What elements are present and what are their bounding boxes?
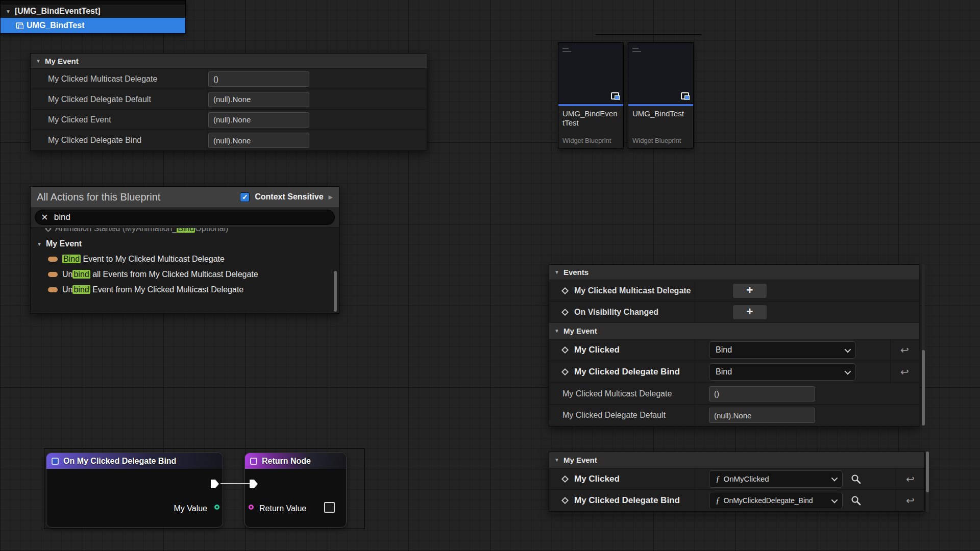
property-row: My Clicked Delegate Default (null).None	[549, 405, 919, 426]
value-pin-icon[interactable]	[214, 505, 219, 510]
action-item[interactable]: Unbind all Events from My Clicked Multic…	[31, 267, 339, 282]
property-label: My Clicked Delegate Default	[48, 95, 151, 104]
property-row: My Clicked Delegate Bind (null).None	[31, 130, 427, 151]
reset-to-default-icon[interactable]: ↩	[906, 473, 915, 485]
event-label: My Clicked Delegate Bind	[574, 495, 680, 506]
all-actions-menu: All Actions for this Blueprint ✓ Context…	[30, 186, 339, 314]
property-value-field[interactable]: ()	[208, 71, 309, 87]
details-panel-bottom-right: ▼ My Event My Clicked ƒ OnMyClicked ↩ My…	[549, 452, 925, 512]
asset-tile[interactable]: UMG_BindTest Widget Blueprint	[628, 42, 694, 148]
event-label: My Clicked Delegate Bind	[574, 367, 680, 377]
chevron-down-icon	[831, 475, 838, 482]
property-row: My Clicked Multicast Delegate ()	[549, 383, 919, 405]
fragment-edge-line	[595, 34, 701, 35]
property-value-field[interactable]: ()	[709, 386, 815, 402]
dropdown-selected-value: Bind	[716, 345, 732, 355]
action-item[interactable]: Bind Event to My Clicked Multicast Deleg…	[31, 252, 339, 267]
actions-menu-titlebar: All Actions for this Blueprint ✓ Context…	[31, 187, 339, 207]
dropdown-selected-value: OnMyClicked	[724, 474, 769, 483]
reset-to-default-icon[interactable]: ↩	[900, 344, 909, 356]
return-node-icon	[250, 458, 257, 465]
widget-blueprint-icon	[611, 92, 619, 99]
asset-name: UMG_BindEventTest	[562, 109, 619, 128]
node-title: Return Node	[262, 457, 311, 466]
property-value-field[interactable]: (null).None	[208, 133, 309, 148]
tree-item-selected[interactable]: UMG_BindTest	[1, 18, 185, 33]
bind-row: My Clicked Delegate Bind ƒ OnMyClickedDe…	[549, 490, 924, 511]
node-header[interactable]: Return Node	[245, 453, 346, 469]
property-value-field[interactable]: (null).None	[208, 92, 309, 107]
exec-pin-icon[interactable]	[211, 480, 219, 488]
bind-dropdown[interactable]: Bind	[709, 341, 856, 359]
tree-item-label: UMG_BindTest	[27, 21, 84, 30]
input-pin-label: Return Value	[259, 504, 306, 513]
scrollbar-thumb[interactable]	[922, 350, 925, 425]
event-pin-icon	[561, 497, 569, 504]
event-node-icon	[52, 458, 59, 465]
search-input[interactable]: × bind	[35, 210, 335, 225]
tree-root-item[interactable]: ▼ [UMG_BindEventTest]	[1, 5, 185, 18]
bool-default-checkbox[interactable]	[324, 502, 335, 513]
collapse-arrow-icon: ▼	[37, 241, 42, 247]
action-category-my-event[interactable]: ▼ My Event	[31, 236, 339, 252]
action-item-label: Unbind Event from My Clicked Multicast D…	[62, 285, 243, 294]
node-on-my-clicked-delegate-bind[interactable]: On My Clicked Delegate Bind My Value	[46, 453, 223, 528]
context-sensitive-checkbox[interactable]: ✓	[240, 192, 250, 202]
action-item-label: Unbind all Events from My Clicked Multic…	[62, 270, 258, 279]
add-event-button[interactable]: +	[732, 305, 767, 320]
action-item-label: Animation Started (MyAnimation_BindOptio…	[55, 228, 228, 233]
section-header-my-event[interactable]: ▼ My Event	[549, 323, 919, 339]
bind-dropdown[interactable]: Bind	[709, 363, 856, 381]
action-item[interactable]: Unbind Event from My Clicked Multicast D…	[31, 282, 339, 297]
search-match-highlight: Bind	[62, 255, 81, 263]
reset-to-default-icon[interactable]: ↩	[906, 494, 915, 507]
bound-function-dropdown[interactable]: ƒ OnMyClickedDelegate_Bind	[709, 492, 843, 509]
collapse-arrow-icon: ▼	[36, 58, 41, 64]
scrollbar-thumb[interactable]	[334, 271, 337, 312]
property-label: My Clicked Multicast Delegate	[562, 389, 672, 398]
section-title: My Event	[45, 57, 79, 65]
section-title: My Event	[564, 456, 597, 464]
event-row: On Visibility Changed +	[549, 302, 919, 323]
section-header-events[interactable]: ▼ Events	[549, 265, 919, 280]
event-pin-icon	[561, 475, 569, 482]
node-return-node[interactable]: Return Node Return Value	[244, 453, 347, 528]
property-value-field[interactable]: (null).None	[208, 112, 309, 128]
function-icon: ƒ	[716, 474, 720, 484]
section-header-my-event[interactable]: ▼ My Event	[31, 54, 427, 69]
details-panel-right: ▼ Events My Clicked Multicast Delegate +…	[549, 264, 919, 427]
property-value-field[interactable]: (null).None	[709, 408, 815, 423]
expand-arrow-icon[interactable]: ▶	[329, 194, 333, 201]
reset-to-default-icon[interactable]: ↩	[900, 366, 909, 378]
action-item-clipped[interactable]: Animation Started (MyAnimation_BindOptio…	[31, 228, 339, 236]
details-panel-top-left: ▼ My Event My Clicked Multicast Delegate…	[30, 53, 427, 151]
bound-function-dropdown[interactable]: ƒ OnMyClicked	[709, 470, 843, 488]
context-sensitive-label: Context Sensitive	[255, 192, 323, 202]
delegate-pill-icon	[48, 272, 58, 277]
node-title: On My Clicked Delegate Bind	[63, 457, 176, 466]
asset-tile[interactable]: UMG_BindEventTest Widget Blueprint	[558, 42, 624, 148]
search-input-value: bind	[54, 212, 70, 222]
action-category-label: My Event	[46, 239, 82, 248]
value-pin-icon[interactable]	[249, 505, 254, 510]
scrollbar-thumb[interactable]	[926, 452, 929, 492]
search-match-highlight: Bind	[177, 228, 195, 233]
section-header-my-event[interactable]: ▼ My Event	[549, 452, 924, 468]
event-row: My Clicked Multicast Delegate +	[549, 280, 919, 302]
clear-search-icon[interactable]: ×	[41, 212, 48, 223]
property-row: My Clicked Delegate Default (null).None	[31, 89, 427, 110]
node-header[interactable]: On My Clicked Delegate Bind	[46, 453, 223, 469]
collapse-arrow-icon: ▼	[554, 328, 559, 334]
exec-pin-icon[interactable]	[250, 480, 258, 488]
event-label: My Clicked	[574, 345, 620, 355]
actions-result-list: Animation Started (MyAnimation_BindOptio…	[31, 228, 339, 313]
asset-type: Widget Blueprint	[632, 137, 689, 144]
find-function-icon[interactable]	[851, 474, 861, 484]
event-label: My Clicked	[574, 474, 620, 484]
add-event-button[interactable]: +	[732, 283, 767, 298]
find-function-icon[interactable]	[851, 495, 861, 506]
content-browser-tiles: UMG_BindEventTest Widget Blueprint UMG_B…	[558, 42, 696, 148]
event-label: My Clicked Multicast Delegate	[574, 286, 691, 295]
blueprint-graph-fragment: On My Clicked Delegate Bind My Value Ret…	[44, 448, 365, 529]
property-label: My Clicked Multicast Delegate	[48, 74, 157, 84]
